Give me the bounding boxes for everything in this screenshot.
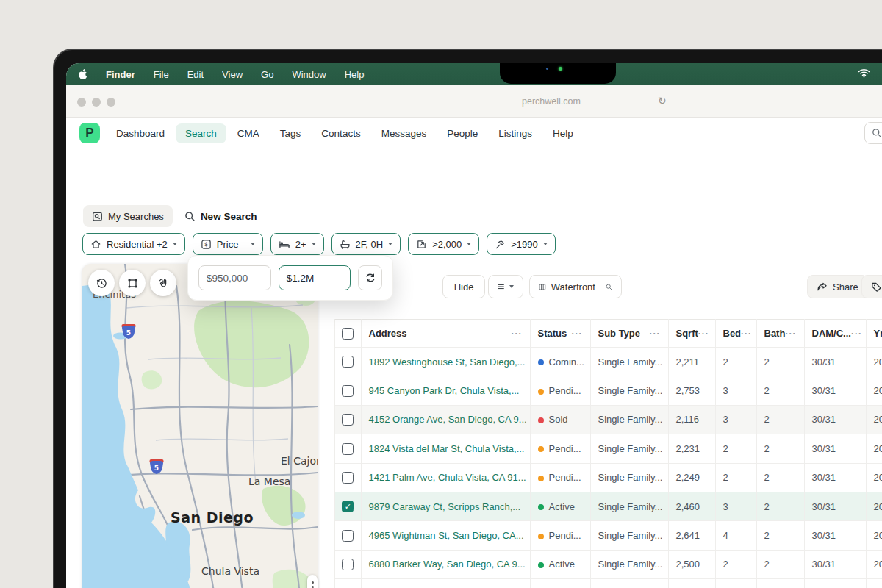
dam-cell: 30/31 (804, 348, 866, 376)
nav-item-listings[interactable]: Listings (498, 128, 532, 139)
nav-item-cma[interactable]: CMA (237, 128, 259, 139)
svg-text:5: 5 (126, 329, 131, 337)
row-checkbox[interactable] (342, 443, 354, 455)
sqrft-cell: 2,753 (668, 376, 715, 405)
reload-icon[interactable]: ↻ (658, 95, 667, 107)
window-zoom-button[interactable] (107, 98, 115, 107)
price-max-input[interactable]: $1.2M (279, 265, 351, 290)
address-link[interactable]: 4965 Wightman St, San Diego, CA... (369, 530, 524, 541)
row-checkbox[interactable] (342, 385, 354, 397)
filter-sqft[interactable]: >2,000 (408, 233, 479, 255)
map-panel[interactable]: 5 5 Encinitas San Diego La Mesa El Cajon… (82, 264, 318, 588)
nav-item-people[interactable]: People (447, 128, 478, 139)
column-menu-icon[interactable]: ··· (512, 329, 523, 339)
menubar-item-go[interactable]: Go (261, 69, 273, 80)
filter-year-built[interactable]: >1990 (487, 233, 556, 255)
nav-item-contacts[interactable]: Contacts (321, 128, 360, 139)
nav-item-search[interactable]: Search (176, 123, 226, 143)
window-minimize-button[interactable] (92, 98, 101, 107)
column-menu-icon[interactable]: ··· (741, 329, 752, 339)
address-link[interactable]: 1892 Westinghouse St, San Diego,... (369, 356, 526, 368)
nav-item-tags[interactable]: Tags (280, 128, 301, 139)
table-row[interactable]: 1421 Palm Ave, Chula Vista, CA 91... Pen… (335, 463, 882, 492)
menubar-item-help[interactable]: Help (345, 69, 365, 80)
row-checkbox[interactable] (342, 530, 354, 542)
table-row[interactable]: 1824 Vista del Mar St, Chula Vista,... P… (335, 434, 882, 463)
map-label-chula-vista: Chula Vista (201, 565, 259, 577)
filter-beds[interactable]: 2+ (270, 233, 324, 255)
filter-label: 2F, 0H (356, 239, 384, 250)
address-link[interactable]: 1824 Vista del Mar St, Chula Vista,... (369, 443, 525, 454)
menubar-item-view[interactable]: View (222, 69, 243, 80)
waterfront-filter-field[interactable]: Waterfront (529, 275, 622, 298)
address-bar-url[interactable]: perchwell.com (522, 96, 581, 107)
address-link[interactable]: 4152 Orange Ave, San Diego, CA 9... (369, 414, 527, 425)
filter-property-type[interactable]: Residential +2 (82, 233, 185, 255)
map-canvas[interactable]: 5 5 Encinitas San Diego La Mesa El Cajon… (82, 264, 318, 588)
nav-item-messages[interactable]: Messages (381, 128, 427, 139)
bath-cell: 2 (756, 348, 804, 376)
menubar-item-file[interactable]: File (154, 69, 169, 80)
row-checkbox[interactable] (342, 559, 354, 570)
table-row[interactable]: 4152 Orange Ave, San Diego, CA 9... Sold… (335, 405, 882, 434)
collection-button[interactable]: Collection (861, 275, 882, 298)
hide-map-button[interactable]: Hide (442, 275, 485, 298)
row-checkbox[interactable] (342, 356, 354, 368)
map-polygon-select-button[interactable] (119, 270, 146, 296)
column-menu-icon[interactable]: ··· (698, 329, 709, 339)
column-menu-icon[interactable]: ··· (572, 329, 583, 339)
home-icon (90, 239, 101, 250)
menubar-item-window[interactable]: Window (292, 69, 326, 80)
nav-item-help[interactable]: Help (553, 128, 573, 139)
map-resize-handle[interactable] (307, 575, 318, 588)
price-filter-popover: $950,000 $1.2M (187, 255, 393, 301)
swap-values-button[interactable] (358, 265, 382, 290)
address-link[interactable]: 6880 Barker Way, San Diego, CA 9... (369, 559, 526, 570)
status-dot (538, 476, 544, 481)
global-search-input[interactable] (864, 122, 882, 144)
subtype-cell: Single Family... (590, 550, 668, 578)
bath-cell: 2 (756, 492, 804, 520)
row-checkbox[interactable] (342, 414, 354, 426)
map-draw-button[interactable] (150, 270, 176, 296)
bath-cell: 2 (756, 434, 804, 463)
row-checkbox[interactable]: ✓ (342, 501, 354, 512)
wifi-icon[interactable] (858, 68, 870, 78)
chevron-down-icon (173, 243, 177, 245)
window-close-button[interactable] (77, 98, 86, 107)
new-search-button[interactable]: New Search (184, 211, 257, 222)
search-icon (872, 128, 882, 138)
filter-price[interactable]: $ Price (193, 233, 263, 255)
table-row[interactable]: 1892 Westinghouse St, San Diego,... Comi… (335, 348, 882, 376)
table-row[interactable]: 1402 Paseo Ranchero, Chula Vista... Acti… (335, 579, 882, 588)
column-menu-icon[interactable]: ··· (786, 329, 797, 339)
address-link[interactable]: 1421 Palm Ave, Chula Vista, CA 91... (369, 472, 526, 483)
column-menu-icon[interactable]: ··· (851, 329, 862, 339)
filter-baths[interactable]: 2F, 0H (331, 233, 401, 255)
table-row[interactable]: 6880 Barker Way, San Diego, CA 9... Acti… (335, 550, 882, 578)
table-row[interactable]: 945 Canyon Park Dr, Chula Vista,... Pend… (335, 376, 882, 405)
share-button[interactable]: Share (807, 275, 868, 298)
price-min-input[interactable]: $950,000 (198, 265, 271, 290)
header-dam: DAM/C... (812, 328, 851, 339)
menubar-app-name[interactable]: Finder (106, 69, 135, 80)
camera-active-light (559, 67, 562, 71)
address-link[interactable]: 9879 Caraway Ct, Scripps Ranch,... (369, 501, 521, 512)
my-searches-button[interactable]: My Searches (83, 205, 173, 227)
apple-menu-icon[interactable] (77, 68, 87, 80)
address-link[interactable]: 945 Canyon Park Dr, Chula Vista,... (369, 385, 520, 396)
row-checkbox[interactable] (342, 472, 354, 484)
dam-cell: 30/31 (804, 550, 866, 578)
nav-item-dashboard[interactable]: Dashboard (116, 128, 165, 139)
price-max-value: $1.2M (287, 273, 315, 284)
menubar-item-edit[interactable]: Edit (187, 69, 204, 80)
table-row[interactable]: 4965 Wightman St, San Diego, CA... Pendi… (335, 521, 882, 550)
column-menu-icon[interactable]: ··· (650, 329, 661, 339)
table-row-selected[interactable]: ✓ 9879 Caraway Ct, Scripps Ranch,... Act… (335, 492, 882, 520)
map-history-button[interactable] (88, 270, 115, 296)
sort-button[interactable] (488, 275, 523, 298)
dam-cell: 30/31 (804, 463, 866, 492)
sort-lines-icon (498, 282, 504, 291)
select-all-checkbox[interactable] (342, 328, 354, 340)
perchwell-logo[interactable]: P (79, 123, 100, 143)
